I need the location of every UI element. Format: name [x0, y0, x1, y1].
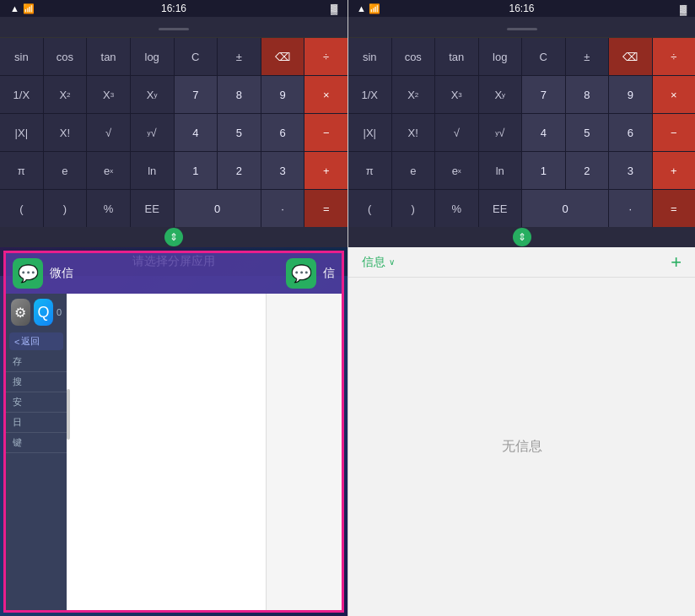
r-key-e[interactable]: e	[392, 152, 435, 189]
r-key-plus[interactable]: +	[653, 152, 696, 189]
key-9[interactable]: 9	[261, 76, 304, 113]
key-8[interactable]: 8	[218, 76, 261, 113]
left-status-bar: ▲ 📶 16:16 ▓	[0, 0, 348, 17]
r-key-lparen[interactable]: (	[348, 190, 391, 227]
key-power[interactable]: Xy	[131, 76, 174, 113]
key-dot[interactable]: ·	[261, 190, 304, 227]
r-key-7[interactable]: 7	[522, 76, 565, 113]
messages-icon-left[interactable]: 💬	[286, 258, 316, 289]
r-key-9[interactable]: 9	[609, 76, 652, 113]
key-plusminus[interactable]: ±	[218, 38, 261, 75]
key-abs[interactable]: |X|	[0, 114, 43, 151]
signal-icon: 📶	[23, 3, 35, 14]
r-key-minus[interactable]: −	[653, 114, 696, 151]
key-yroot[interactable]: y√	[131, 114, 174, 151]
r-key-ee[interactable]: EE	[479, 190, 522, 227]
messages-plus-button[interactable]: +	[671, 251, 682, 273]
r-key-dot[interactable]: ·	[609, 190, 652, 227]
r-key-factorial[interactable]: X!	[392, 114, 435, 151]
left-divider[interactable]: ⇕	[0, 227, 348, 247]
r-key-square[interactable]: X2	[392, 76, 435, 113]
settings-gear-icon[interactable]: ⚙	[11, 299, 30, 326]
menu-item-keyboard[interactable]: 键	[6, 433, 67, 453]
r-key-yroot[interactable]: y√	[479, 114, 522, 151]
r-key-ln[interactable]: ln	[479, 152, 522, 189]
r-key-backspace[interactable]: ⌫	[609, 38, 652, 75]
r-key-cube[interactable]: X3	[435, 76, 478, 113]
key-clear[interactable]: C	[175, 38, 218, 75]
r-key-sqrt[interactable]: √	[435, 114, 478, 151]
r-key-cos[interactable]: cos	[392, 38, 435, 75]
key-2[interactable]: 2	[218, 152, 261, 189]
menu-item-storage[interactable]: 存	[6, 352, 67, 372]
key-6[interactable]: 6	[261, 114, 304, 151]
key-minus[interactable]: −	[304, 114, 348, 151]
r-key-clear[interactable]: C	[522, 38, 565, 75]
r-key-multiply[interactable]: ×	[653, 76, 696, 113]
key-multiply[interactable]: ×	[304, 76, 348, 113]
r-key-rparen[interactable]: )	[392, 190, 435, 227]
key-log[interactable]: log	[131, 38, 174, 75]
r-key-plusminus[interactable]: ±	[566, 38, 609, 75]
qq-icon[interactable]: Q	[34, 299, 53, 326]
r-key-5[interactable]: 5	[566, 114, 609, 151]
key-1[interactable]: 1	[175, 152, 218, 189]
r-key-percent[interactable]: %	[435, 190, 478, 227]
r-key-0[interactable]: 0	[522, 190, 608, 227]
key-3[interactable]: 3	[261, 152, 304, 189]
r-key-pi[interactable]: π	[348, 152, 391, 189]
scroll-indicator	[67, 389, 70, 440]
key-0[interactable]: 0	[175, 190, 261, 227]
messages-title-area[interactable]: 信息 ∨	[362, 255, 395, 270]
wifi-icon: ▲	[10, 3, 19, 14]
r-key-exp[interactable]: ex	[435, 152, 478, 189]
key-equals[interactable]: =	[304, 190, 348, 227]
key-lparen[interactable]: (	[0, 190, 43, 227]
r-key-power[interactable]: Xy	[479, 76, 522, 113]
key-divide[interactable]: ÷	[304, 38, 348, 75]
menu-item-security[interactable]: 安	[6, 392, 67, 413]
wechat-icon[interactable]: 💬	[13, 258, 43, 289]
right-drag-handle[interactable]	[348, 22, 695, 35]
key-ln[interactable]: ln	[131, 152, 174, 189]
key-tan[interactable]: tan	[87, 38, 130, 75]
right-divider[interactable]: ⇕	[348, 227, 695, 247]
r-key-1[interactable]: 1	[522, 152, 565, 189]
back-button[interactable]: < 返回	[9, 332, 63, 350]
key-factorial[interactable]: X!	[44, 114, 87, 151]
r-key-abs[interactable]: |X|	[348, 114, 391, 151]
key-ee[interactable]: EE	[131, 190, 174, 227]
drag-handle[interactable]	[0, 22, 348, 35]
r-key-6[interactable]: 6	[609, 114, 652, 151]
key-7[interactable]: 7	[175, 76, 218, 113]
key-e[interactable]: e	[44, 152, 87, 189]
r-key-2[interactable]: 2	[566, 152, 609, 189]
menu-item-date[interactable]: 日	[6, 413, 67, 433]
messages-label-header: 信	[323, 266, 335, 281]
menu-item-search[interactable]: 搜	[6, 372, 67, 392]
chevron-down-icon: ∨	[389, 257, 395, 267]
key-cube[interactable]: X3	[87, 76, 130, 113]
r-key-8[interactable]: 8	[566, 76, 609, 113]
key-percent[interactable]: %	[87, 190, 130, 227]
key-square[interactable]: X2	[44, 76, 87, 113]
r-key-3[interactable]: 3	[609, 152, 652, 189]
r-key-equals[interactable]: =	[653, 190, 696, 227]
key-reciprocal[interactable]: 1/X	[0, 76, 43, 113]
r-key-reciprocal[interactable]: 1/X	[348, 76, 391, 113]
r-key-divide[interactable]: ÷	[653, 38, 696, 75]
key-rparen[interactable]: )	[44, 190, 87, 227]
key-pi[interactable]: π	[0, 152, 43, 189]
key-plus[interactable]: +	[304, 152, 348, 189]
key-cos[interactable]: cos	[44, 38, 87, 75]
r-key-log[interactable]: log	[479, 38, 522, 75]
key-backspace[interactable]: ⌫	[261, 38, 304, 75]
r-key-tan[interactable]: tan	[435, 38, 478, 75]
key-sin[interactable]: sin	[0, 38, 43, 75]
key-5[interactable]: 5	[218, 114, 261, 151]
key-exp[interactable]: ex	[87, 152, 130, 189]
r-key-4[interactable]: 4	[522, 114, 565, 151]
key-4[interactable]: 4	[175, 114, 218, 151]
key-sqrt[interactable]: √	[87, 114, 130, 151]
r-key-sin[interactable]: sin	[348, 38, 391, 75]
